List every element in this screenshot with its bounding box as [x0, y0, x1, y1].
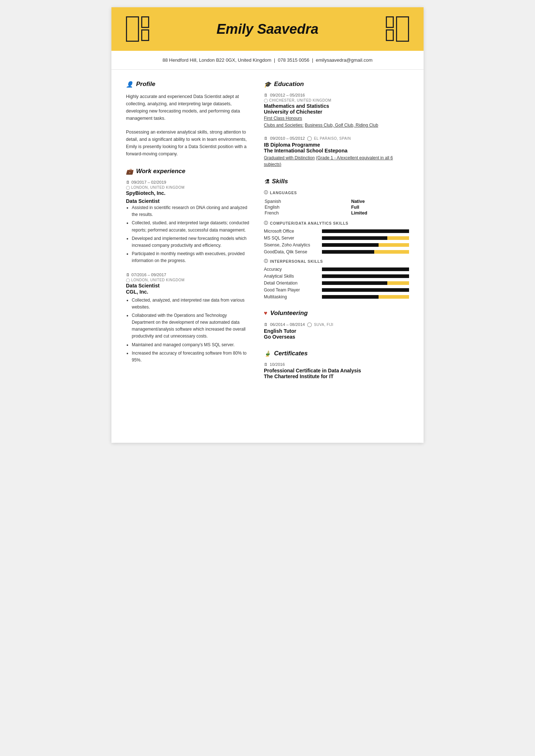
job-2-bullet-1: Collected, analyzed, and interpreted raw… [132, 297, 249, 311]
profile-text-1: Highly accurate and experienced Data Sci… [126, 93, 249, 122]
volunteering-title: ♥ Volunteering [264, 310, 409, 317]
info-icon-lang: ⓘ [264, 190, 268, 195]
is-1-name: Accuracy [264, 267, 322, 272]
cs-1-name: Microsoft Office [264, 229, 322, 234]
right-decoration [386, 16, 409, 42]
job-1-bullet-1: Assisted in scientific research on DNA c… [132, 204, 249, 218]
pin-icon-2: ◯ [126, 278, 130, 282]
cert-1-meta: 🗓 10/2016 [264, 362, 409, 367]
job-1-location: ◯ LONDON, UNITED KINGDOM [126, 185, 249, 189]
certificates-icon: 🎍 [264, 350, 271, 357]
left-column: 👤 Profile Highly accurate and experience… [126, 81, 249, 389]
pin-icon-edu-2: ◯ [307, 136, 312, 141]
vol-1-meta: 🗓 06/2014 – 08/2014 ◯ SUVA, FIJI [264, 322, 409, 327]
edu-2-location: EL PARAISO, SPAIN [314, 136, 351, 140]
lang-row-3: French Limited [265, 211, 408, 216]
cert-1-org: The Chartered Institute for IT [264, 373, 409, 379]
is-3-bar [322, 281, 409, 285]
is-3-yellow [387, 281, 409, 285]
is-2-name: Analytical Skills [264, 274, 322, 279]
is-1-filled [322, 267, 409, 271]
vol-1-dates: 06/2014 – 08/2014 [270, 322, 305, 327]
skills-icon: ⚗ [264, 178, 269, 185]
info-icon-comp: ⓘ [264, 221, 268, 226]
right-column: 🎓 Education 🗓 09/2012 – 05/2016 ◯ CHICHE… [264, 81, 409, 389]
edu-1-location: ◯ CHICHESTER, UNITED KINGDOM [264, 98, 409, 102]
volunteering-section: ♥ Volunteering 🗓 06/2014 – 08/2014 ◯ SUV… [264, 310, 409, 340]
interp-skill-3: Detail Orientation [264, 281, 409, 286]
computer-skill-2: MS SQL Server [264, 236, 409, 241]
languages-table: Spanish Native English Full French Limit… [264, 198, 409, 216]
job-1-bullet-2: Collected, studied, and interpreted larg… [132, 220, 249, 233]
edu-2-dates: 09/2010 – 05/2012 [270, 136, 305, 140]
deco-box-group-right [386, 16, 394, 42]
interp-skill-2: Analytical Skills [264, 274, 409, 279]
job-2-bullets: Collected, analyzed, and interpreted raw… [126, 297, 249, 364]
contact-address: 88 Hendford Hill, London B22 0GX, United… [163, 57, 271, 63]
job-2-bullet-3: Maintained and managed company's MS SQL … [132, 342, 249, 348]
languages-category: ⓘ LANGUAGES [264, 190, 409, 195]
deco-box-2 [141, 16, 149, 28]
interp-skill-4: Good Team Player [264, 287, 409, 293]
computer-skill-3: Sisense, Zoho Analytics [264, 242, 409, 248]
contact-email: emilysaavedra@gmail.com [316, 57, 372, 63]
job-entry-1: 🗓 09/2017 – 02/2019 ◯ LONDON, UNITED KIN… [126, 180, 249, 265]
job-1-dates: 09/2017 – 02/2019 [131, 180, 166, 184]
interpersonal-skills-title: INTERPERSONAL SKILLS [270, 259, 323, 263]
edu-entry-1: 🗓 09/2012 – 05/2016 ◯ CHICHESTER, UNITED… [264, 93, 409, 128]
is-5-name: Multitasking [264, 294, 322, 299]
lang-2-level: Full [351, 205, 408, 210]
deco-box-6 [396, 16, 409, 42]
lang-3-name: French [265, 211, 350, 216]
edu-2-school: The International School Estepona [264, 148, 409, 154]
deco-box-3 [141, 29, 149, 41]
cs-2-name: MS SQL Server [264, 236, 322, 241]
is-4-bar [322, 288, 409, 292]
cs-4-name: GoodData, Qlik Sense [264, 249, 322, 254]
lang-1-name: Spanish [265, 199, 350, 204]
edu-2-degree: IB Diploma Programme [264, 142, 409, 148]
pin-icon-edu-1: ◯ [264, 98, 268, 102]
profile-title: 👤 Profile [126, 81, 249, 88]
vol-1-title: English Tutor [264, 328, 409, 334]
cert-entry-1: 🗓 10/2016 Professional Certificate in Da… [264, 362, 409, 379]
edu-1-meta: 🗓 09/2012 – 05/2016 [264, 93, 409, 97]
job-entry-2: 🗓 07/2016 – 09/2017 ◯ LONDON, UNITED KIN… [126, 273, 249, 364]
deco-box-group-left [141, 16, 149, 42]
cs-1-filled [322, 229, 409, 233]
is-4-filled [322, 288, 409, 292]
job-1-bullet-3: Developed and implemented new forecastin… [132, 235, 249, 249]
edu-entry-2: 🗓 09/2010 – 05/2012 ◯ EL PARAISO, SPAIN … [264, 136, 409, 168]
work-icon: 💼 [126, 168, 133, 175]
pin-icon-vol-1: ◯ [307, 322, 312, 327]
is-5-yellow [379, 295, 409, 299]
cs-3-name: Sisense, Zoho Analytics [264, 242, 322, 248]
calendar-icon-2: 🗓 [126, 273, 130, 277]
cal-icon-edu-1: 🗓 [264, 93, 268, 97]
clubs-label: Clubs and Societies: [264, 123, 303, 128]
main-content: 👤 Profile Highly accurate and experience… [111, 70, 424, 400]
lang-3-level: Limited [351, 211, 408, 216]
clubs-text: Business Club, Golf Club, Riding Club [305, 123, 378, 128]
job-2-company: CGL, Inc. [126, 289, 249, 295]
cs-2-bar [322, 236, 409, 240]
interpersonal-skills-category: ⓘ INTERPERSONAL SKILLS [264, 259, 409, 264]
job-2-bullet-4: Increased the accuracy of forecasting so… [132, 350, 249, 364]
education-title: 🎓 Education [264, 81, 409, 88]
cs-3-bar [322, 243, 409, 247]
lang-1-level: Native [351, 199, 408, 204]
contact-bar: 88 Hendford Hill, London B22 0GX, United… [111, 51, 424, 70]
job-2-location: ◯ LONDON, UNITED KINGDOM [126, 278, 249, 282]
distinction-label: Graduated with Distinction [264, 155, 315, 160]
is-2-bar [322, 274, 409, 278]
cal-icon-vol-1: 🗓 [264, 322, 268, 327]
education-section: 🎓 Education 🗓 09/2012 – 05/2016 ◯ CHICHE… [264, 81, 409, 168]
job-2-meta: 🗓 07/2016 – 09/2017 [126, 273, 249, 277]
interp-skill-5: Multitasking [264, 294, 409, 299]
cal-icon-edu-2: 🗓 [264, 136, 268, 140]
candidate-name: Emily Saavedra [217, 21, 319, 37]
edu-2-distinction: Graduated with Distinction (Grade 1 - A/… [264, 155, 409, 168]
certificates-section: 🎍 Certificates 🗓 10/2016 Professional Ce… [264, 350, 409, 379]
job-2-title: Data Scientist [126, 283, 249, 289]
job-1-meta: 🗓 09/2017 – 02/2019 [126, 180, 249, 184]
